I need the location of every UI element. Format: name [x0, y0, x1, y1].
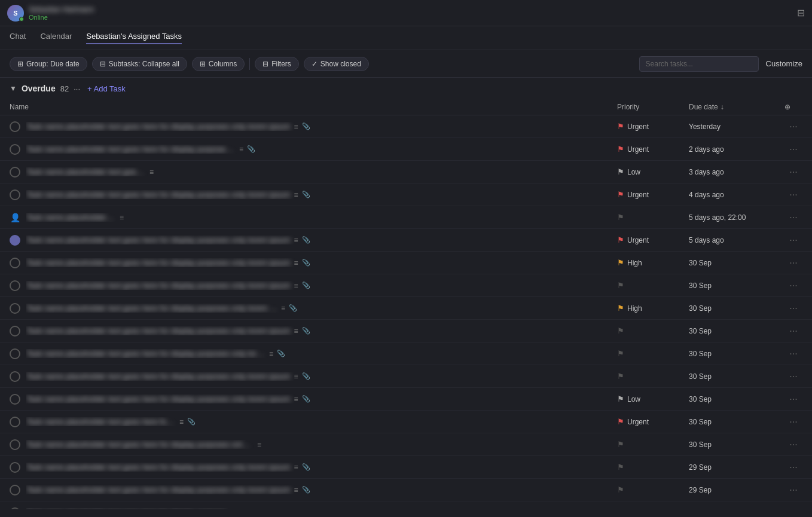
task-row[interactable]: Task name placeholder text goes here for…: [0, 320, 812, 342]
add-task-button[interactable]: + Add Task: [87, 84, 126, 93]
task-attach-icon[interactable]: 📎: [302, 191, 310, 198]
tab-calendar[interactable]: Calendar: [40, 32, 72, 44]
task-row[interactable]: Task name placeholder text goes here for…: [0, 252, 812, 274]
task-checkbox[interactable]: [10, 303, 20, 314]
task-more-button[interactable]: ···: [784, 417, 802, 427]
task-more-button[interactable]: ···: [784, 394, 802, 405]
task-row[interactable]: 👤Task name placeholder text goes here fo…: [0, 206, 812, 229]
task-attach-icon[interactable]: 📎: [302, 395, 310, 403]
task-menu-icon[interactable]: ≡: [149, 168, 154, 176]
task-row[interactable]: Task name placeholder text goes here for…: [0, 501, 812, 509]
task-menu-icon[interactable]: ≡: [239, 509, 243, 510]
section-more-icon[interactable]: ···: [74, 84, 80, 93]
task-more-button[interactable]: ···: [784, 507, 802, 510]
task-more-button[interactable]: ···: [784, 144, 802, 155]
task-checkbox[interactable]: [10, 507, 20, 510]
sidebar-toggle-icon[interactable]: ⊟: [797, 8, 805, 18]
task-attach-icon[interactable]: 📎: [302, 282, 310, 289]
task-menu-icon[interactable]: ≡: [294, 486, 298, 494]
task-attach-icon[interactable]: 📎: [302, 259, 310, 267]
task-attach-icon[interactable]: 📎: [302, 372, 310, 380]
tab-chat[interactable]: Chat: [10, 32, 26, 44]
task-attach-icon[interactable]: 📎: [289, 304, 297, 312]
col-header-add[interactable]: ⊕: [784, 103, 802, 111]
subtasks-button[interactable]: ⊟ Subtasks: Collapse all: [92, 57, 187, 71]
task-row[interactable]: Task name placeholder text goes here for…: [0, 365, 812, 388]
task-menu-icon[interactable]: ≡: [294, 282, 298, 290]
task-row[interactable]: Task name placeholder text goes here for…: [0, 433, 812, 456]
task-more-button[interactable]: ···: [784, 371, 802, 382]
task-checkbox[interactable]: [10, 189, 20, 200]
task-menu-icon[interactable]: ≡: [294, 395, 298, 403]
task-row[interactable]: Task name placeholder text goes here for…: [0, 183, 812, 206]
task-attach-icon[interactable]: 📎: [247, 145, 255, 153]
task-row[interactable]: Task name placeholder text goes here for…: [0, 479, 812, 501]
tab-assigned-tasks[interactable]: Sebastian's Assigned Tasks: [86, 32, 182, 44]
task-row[interactable]: Task name placeholder text goes here for…: [0, 274, 812, 297]
task-menu-icon[interactable]: ≡: [179, 418, 184, 426]
task-menu-icon[interactable]: ≡: [294, 259, 298, 267]
task-more-button[interactable]: ···: [784, 189, 802, 200]
task-attach-icon[interactable]: 📎: [302, 327, 310, 335]
task-row[interactable]: Task name placeholder text goes here for…: [0, 342, 812, 365]
section-toggle-icon[interactable]: ▼: [10, 84, 17, 93]
task-row[interactable]: Task name placeholder text goes here for…: [0, 297, 812, 320]
task-checkbox[interactable]: [10, 144, 20, 155]
task-attach-icon[interactable]: 📎: [302, 486, 310, 494]
task-row[interactable]: Task name placeholder text goes here for…: [0, 411, 812, 433]
task-menu-icon[interactable]: ≡: [294, 191, 298, 199]
task-checkbox[interactable]: [10, 121, 20, 132]
task-menu-icon[interactable]: ≡: [294, 236, 298, 244]
task-more-button[interactable]: ···: [784, 212, 802, 223]
task-more-button[interactable]: ···: [784, 121, 802, 132]
task-attach-icon[interactable]: 📎: [277, 350, 285, 357]
task-menu-icon[interactable]: ≡: [120, 213, 124, 222]
task-more-button[interactable]: ···: [784, 280, 802, 291]
col-header-duedate[interactable]: Due date ↓: [689, 103, 784, 111]
task-checkbox[interactable]: [10, 280, 20, 291]
task-more-button[interactable]: ···: [784, 167, 802, 178]
task-checkbox[interactable]: [10, 167, 20, 178]
task-more-button[interactable]: ···: [784, 439, 802, 450]
task-checkbox[interactable]: [10, 439, 20, 450]
task-row[interactable]: Task name placeholder text goes here for…: [0, 161, 812, 183]
task-attach-icon[interactable]: 📎: [302, 123, 310, 130]
task-more-button[interactable]: ···: [784, 258, 802, 268]
columns-button[interactable]: ⊞ Columns: [192, 57, 245, 71]
task-menu-icon[interactable]: ≡: [294, 463, 298, 472]
task-checkbox[interactable]: [10, 394, 20, 405]
task-checkbox[interactable]: [10, 326, 20, 336]
task-checkbox[interactable]: [10, 348, 20, 359]
task-menu-icon[interactable]: ≡: [294, 372, 298, 381]
task-checkbox[interactable]: [10, 417, 20, 427]
task-more-button[interactable]: ···: [784, 303, 802, 314]
task-checkbox[interactable]: [10, 462, 20, 473]
search-input[interactable]: [639, 56, 759, 72]
task-row[interactable]: Task name placeholder text goes here for…: [0, 229, 812, 252]
filters-button[interactable]: ⊟ Filters: [255, 57, 299, 71]
group-by-button[interactable]: ⊞ Group: Due date: [10, 57, 87, 71]
customize-button[interactable]: Customize: [766, 59, 802, 68]
task-attach-icon[interactable]: 📎: [187, 418, 196, 426]
task-checkbox[interactable]: [10, 485, 20, 495]
task-menu-icon[interactable]: ≡: [257, 440, 261, 449]
task-row[interactable]: Task name placeholder text goes here for…: [0, 456, 812, 479]
task-row[interactable]: Task name placeholder text goes here for…: [0, 388, 812, 411]
task-more-button[interactable]: ···: [784, 462, 802, 473]
task-more-button[interactable]: ···: [784, 348, 802, 359]
task-row[interactable]: Task name placeholder text goes here for…: [0, 115, 812, 138]
task-attach-icon[interactable]: 📎: [302, 463, 310, 471]
task-more-button[interactable]: ···: [784, 235, 802, 246]
task-more-button[interactable]: ···: [784, 485, 802, 495]
task-attach-icon[interactable]: 📎: [302, 236, 310, 244]
task-more-button[interactable]: ···: [784, 326, 802, 336]
task-menu-icon[interactable]: ≡: [239, 145, 243, 154]
task-checkbox[interactable]: [10, 235, 20, 246]
show-closed-button[interactable]: ✓ Show closed: [304, 57, 369, 71]
task-menu-icon[interactable]: ≡: [269, 350, 273, 358]
task-menu-icon[interactable]: ≡: [294, 327, 298, 335]
task-menu-icon[interactable]: ≡: [281, 304, 285, 313]
task-checkbox[interactable]: [10, 258, 20, 268]
task-checkbox[interactable]: 👤: [10, 212, 20, 223]
col-header-priority[interactable]: Priority: [617, 103, 689, 111]
